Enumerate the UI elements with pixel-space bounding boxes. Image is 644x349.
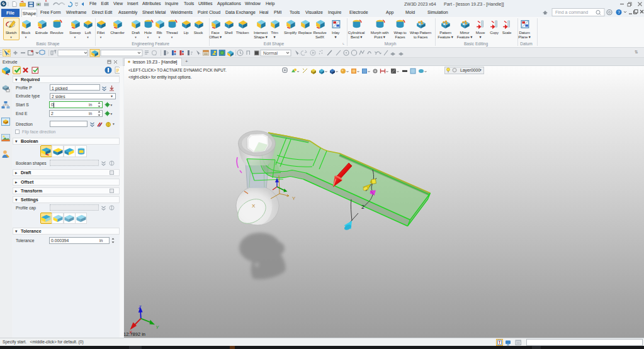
svg-text:Y: Y xyxy=(292,196,296,201)
svg-text:12.7892 in: 12.7892 in xyxy=(124,331,145,337)
svg-text:?: ? xyxy=(618,10,620,14)
svg-text:Y: Y xyxy=(156,325,160,330)
svg-text:X: X xyxy=(252,203,256,209)
svg-text:Z: Z xyxy=(138,305,142,309)
svg-text:2: 2 xyxy=(361,204,364,210)
